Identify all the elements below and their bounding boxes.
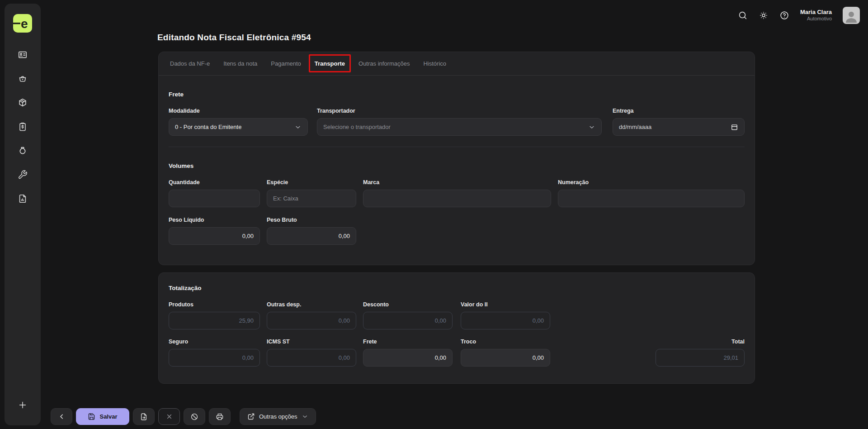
help-button[interactable] <box>779 10 789 20</box>
tab-pagamento[interactable]: Pagamento <box>271 60 301 67</box>
outras-desp-label: Outras desp. <box>267 301 356 308</box>
transportador-select[interactable]: Selecione o transportador <box>317 118 602 136</box>
help-icon <box>779 10 789 20</box>
icms-st-field: ICMS ST <box>267 338 356 367</box>
icms-st-label: ICMS ST <box>267 338 356 345</box>
tab-outras-informacoes[interactable]: Outras informações <box>359 60 410 67</box>
valor-ii-field: Valor do II <box>461 301 550 329</box>
modalidade-value: 0 - Por conta do Emitente <box>175 124 241 130</box>
numeracao-label: Numeração <box>558 179 745 186</box>
tab-bar: Dados da NF-e Itens da nota Pagamento Tr… <box>159 52 755 76</box>
calendar-icon[interactable] <box>731 123 738 131</box>
action-bar: Salvar Outras opções <box>51 408 316 425</box>
peso-liquido-input[interactable] <box>169 227 260 245</box>
wrench-icon <box>18 170 28 180</box>
more-options-button[interactable]: Outras opções <box>240 408 316 425</box>
tab-historico[interactable]: Histórico <box>423 60 446 67</box>
sidebar-item-finance[interactable] <box>18 146 28 156</box>
egestor-logo-icon: e <box>13 14 32 33</box>
section-divider <box>169 147 745 147</box>
chevron-left-icon <box>58 413 66 420</box>
sidebar-item-sales[interactable] <box>18 74 28 84</box>
sidebar-item-products[interactable] <box>18 98 28 108</box>
sidebar-item-reports[interactable] <box>18 194 28 204</box>
total-input <box>656 349 745 367</box>
peso-liquido-field: Peso Líquido <box>169 217 260 245</box>
back-button[interactable] <box>51 408 72 425</box>
peso-bruto-field: Peso Bruto <box>267 217 356 245</box>
nfe-form-card: Dados da NF-e Itens da nota Pagamento Tr… <box>158 52 755 265</box>
emit-file-button[interactable] <box>133 408 155 425</box>
transporte-form: Frete Modalidade 0 - Por conta do Emiten… <box>159 91 755 245</box>
svg-text:e: e <box>21 17 28 31</box>
modalidade-select[interactable]: 0 - Por conta do Emitente <box>169 118 308 136</box>
save-icon <box>88 413 95 420</box>
peso-bruto-label: Peso Bruto <box>267 217 356 223</box>
quantidade-input[interactable] <box>169 190 260 207</box>
tab-dados-da-nfe[interactable]: Dados da NF-e <box>170 60 210 67</box>
tab-itens-da-nota[interactable]: Itens da nota <box>223 60 257 67</box>
sidebar-item-tools[interactable] <box>18 170 28 180</box>
marca-input[interactable] <box>363 190 551 207</box>
desconto-field: Desconto <box>363 301 453 329</box>
close-button[interactable] <box>158 408 180 425</box>
marca-label: Marca <box>363 179 551 186</box>
peso-liquido-label: Peso Líquido <box>169 217 260 223</box>
sidebar-add-button[interactable] <box>18 400 28 410</box>
file-export-icon <box>140 413 148 421</box>
avatar-placeholder-icon <box>844 9 859 24</box>
cancel-nfe-button[interactable] <box>184 408 205 425</box>
seguro-input <box>169 349 260 367</box>
numeracao-input[interactable] <box>558 190 745 207</box>
file-chart-icon <box>18 194 28 204</box>
tab-transporte[interactable]: Transporte <box>315 60 345 67</box>
entrega-date-input[interactable]: dd/mm/aaaa <box>613 118 745 136</box>
desconto-label: Desconto <box>363 301 453 308</box>
sidebar-item-dashboard[interactable] <box>18 50 28 60</box>
seguro-label: Seguro <box>169 338 260 345</box>
sidebar-item-billing[interactable] <box>18 122 28 132</box>
valor-ii-input <box>461 312 550 329</box>
seguro-field: Seguro <box>169 338 260 367</box>
avatar[interactable] <box>843 7 860 24</box>
frete-total-label: Frete <box>363 338 453 345</box>
transportador-placeholder: Selecione o transportador <box>323 124 391 130</box>
package-icon <box>18 98 28 108</box>
especie-label: Espécie <box>267 179 356 186</box>
transportador-field: Transportador Selecione o transportador <box>317 108 602 136</box>
chevron-down-icon <box>588 124 595 131</box>
close-icon <box>165 413 173 420</box>
page-title: Editando Nota Fiscal Eletrônica #954 <box>157 33 311 43</box>
quantidade-field: Quantidade <box>169 179 260 207</box>
search-button[interactable] <box>738 10 748 20</box>
money-bag-icon <box>18 146 28 156</box>
sidebar-nav <box>18 50 28 204</box>
theme-toggle-button[interactable] <box>759 10 769 20</box>
user-name: Maria Clara <box>800 9 832 16</box>
outras-desp-field: Outras desp. <box>267 301 356 329</box>
peso-bruto-input[interactable] <box>267 227 356 245</box>
save-button[interactable]: Salvar <box>76 408 129 425</box>
marca-field: Marca <box>363 179 551 207</box>
especie-field: Espécie <box>267 179 356 207</box>
totalizacao-heading: Totalização <box>169 285 745 291</box>
shopping-basket-icon <box>18 74 28 84</box>
search-icon <box>738 10 748 20</box>
print-button[interactable] <box>209 408 231 425</box>
id-card-icon <box>18 50 28 60</box>
row-spacer <box>557 338 649 367</box>
app-logo[interactable]: e <box>13 14 32 33</box>
user-role: Automotivo <box>800 16 832 22</box>
especie-input[interactable] <box>267 190 356 207</box>
user-meta: Maria Clara Automotivo <box>800 9 832 22</box>
troco-input[interactable] <box>461 349 550 367</box>
ban-icon <box>190 413 198 421</box>
entrega-label: Entrega <box>613 108 745 114</box>
brightness-icon <box>759 10 769 20</box>
printer-icon <box>216 413 224 421</box>
sidebar: e <box>5 4 41 425</box>
outras-desp-input <box>267 312 356 329</box>
frete-total-input[interactable] <box>363 349 453 367</box>
clipboard-dollar-icon <box>18 122 28 132</box>
troco-label: Troco <box>461 338 550 345</box>
